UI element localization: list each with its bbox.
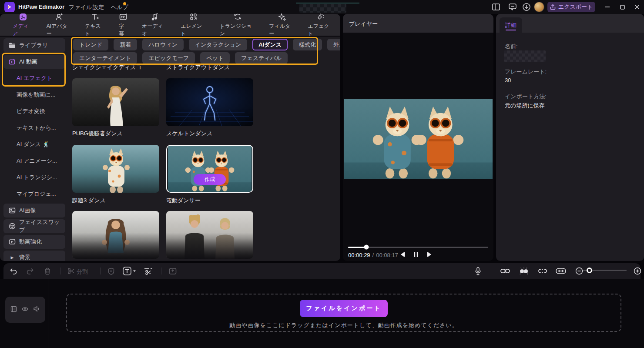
media-drop-zone[interactable]: ファイルをインポート 動画や画像をここにドラッグまたはインポートして、動画作成を… bbox=[66, 294, 621, 332]
pubg-dance-thumbnail bbox=[72, 78, 159, 126]
sidebar-label: テキストから... bbox=[17, 124, 56, 132]
sidebar-item-face-swap[interactable]: フェイススワップ bbox=[3, 219, 65, 233]
template-card-duo-smiling[interactable] bbox=[166, 211, 253, 259]
magnet-snap-button[interactable] bbox=[519, 266, 529, 276]
chip-appearance[interactable]: 外見 bbox=[327, 39, 340, 50]
track-audio-speaker-icon[interactable] bbox=[33, 306, 40, 314]
split-all-tracks-button[interactable] bbox=[144, 266, 153, 276]
track-visibility-eye-icon[interactable] bbox=[21, 306, 29, 314]
template-label: シェイクシェイクディスコ bbox=[72, 64, 142, 71]
project-title-blurred bbox=[299, 4, 346, 13]
drop-zone-hint: 動画や画像をここにドラッグまたはインポートして、動画作成を始めてください。 bbox=[67, 321, 621, 329]
toolbar-divider bbox=[60, 268, 60, 274]
import-method-value: 元の場所に保存 bbox=[505, 102, 545, 110]
layout-icon[interactable] bbox=[491, 2, 501, 12]
feedback-icon[interactable] bbox=[507, 2, 518, 12]
sidebar-label: ビデオ変換 bbox=[17, 107, 45, 115]
seek-handle[interactable] bbox=[364, 245, 369, 250]
player-panel: プレイヤー bbox=[343, 14, 493, 261]
chip-trend[interactable]: トレンド bbox=[73, 39, 108, 50]
split-button[interactable] bbox=[67, 266, 76, 276]
import-files-button[interactable]: ファイルをインポート bbox=[300, 300, 388, 317]
chip-entertainment[interactable]: エンターテイメント bbox=[73, 52, 137, 64]
template-card-electric-dancer[interactable]: 作成 bbox=[166, 145, 253, 193]
export-frame-button[interactable] bbox=[168, 266, 178, 276]
tab-label: オーディオ bbox=[142, 23, 168, 37]
split-label[interactable]: 分割 bbox=[77, 268, 88, 276]
zoom-out-button[interactable] bbox=[574, 266, 584, 276]
tab-media[interactable]: メディア bbox=[6, 14, 40, 36]
sidebar-item-my-projects[interactable]: マイプロジェ... bbox=[3, 187, 65, 201]
template-card-task3-dance[interactable] bbox=[72, 145, 159, 193]
tab-label: AIアバター bbox=[47, 23, 72, 37]
tab-effects[interactable]: エフェクト bbox=[301, 14, 340, 36]
tab-audio[interactable]: オーディオ bbox=[135, 14, 174, 36]
step-back-button[interactable] bbox=[399, 251, 406, 259]
pause-button[interactable] bbox=[413, 251, 419, 259]
chip-interaction[interactable]: インタラクション bbox=[189, 39, 247, 50]
undo-button[interactable] bbox=[9, 266, 18, 276]
template-label: スケルトンダンス bbox=[166, 130, 212, 137]
chip-halloween[interactable]: ハロウィン bbox=[142, 39, 184, 50]
voiceover-mic-button[interactable] bbox=[473, 266, 483, 276]
create-button[interactable]: 作成 bbox=[194, 174, 226, 185]
delete-button[interactable] bbox=[43, 266, 52, 276]
export-button[interactable]: エクスポート bbox=[547, 2, 595, 12]
skeleton-dance-thumbnail bbox=[166, 78, 253, 126]
maximize-button[interactable] bbox=[615, 0, 629, 14]
seek-track bbox=[348, 247, 488, 248]
sidebar-item-ai-image[interactable]: AI画像 bbox=[3, 204, 65, 218]
chip-epic-morph[interactable]: エピックモーフ bbox=[142, 52, 195, 64]
chip-ai-dance[interactable]: AIダンス bbox=[252, 39, 288, 50]
film-track-icon[interactable] bbox=[10, 306, 17, 314]
step-forward-button[interactable] bbox=[426, 251, 433, 259]
sidebar-item-background[interactable]: ▶ 背景 bbox=[3, 251, 65, 261]
sidebar-item-ai-animation[interactable]: AI アニメーシ... bbox=[3, 154, 65, 168]
sidebar-item-library[interactable]: ライブラリ bbox=[3, 38, 65, 52]
menu-file[interactable]: ファイル bbox=[69, 3, 92, 11]
text-tool-button[interactable] bbox=[123, 266, 137, 276]
template-card-skeleton-dance[interactable] bbox=[166, 78, 253, 126]
user-avatar[interactable] bbox=[534, 2, 544, 12]
sidebar-item-video-convert[interactable]: ビデオ変換 bbox=[3, 104, 65, 118]
time-current: 00:00:29 bbox=[348, 252, 370, 258]
sidebar-item-ai-transition[interactable]: AI トランジシ... bbox=[3, 171, 65, 184]
chip-stylize[interactable]: 様式化 bbox=[293, 39, 322, 50]
chip-pet[interactable]: ペット bbox=[200, 52, 230, 64]
sidebar-item-ai-video[interactable]: AI 動画 bbox=[3, 55, 65, 69]
sidebar-item-text-to[interactable]: テキストから... bbox=[3, 121, 65, 135]
track-header-divider bbox=[48, 279, 48, 348]
template-label: 課題3 ダンス bbox=[72, 197, 106, 204]
chip-new[interactable]: 新着 bbox=[114, 39, 137, 50]
mask-shield-icon[interactable] bbox=[106, 266, 116, 276]
link-clips-button[interactable] bbox=[500, 266, 510, 276]
tab-subtitles[interactable]: 字幕 bbox=[112, 14, 135, 36]
chip-festival[interactable]: フェスティバル bbox=[235, 52, 288, 64]
sidebar-label: 動画強化 bbox=[19, 238, 42, 246]
player-seekbar[interactable] bbox=[348, 244, 488, 250]
minimize-button[interactable] bbox=[600, 0, 614, 14]
sidebar-item-ai-dance[interactable]: AI ダンス 🕺 bbox=[3, 137, 65, 151]
sidebar-item-video-enhance[interactable]: 動画強化 bbox=[3, 235, 65, 249]
template-card-pubg-dance[interactable] bbox=[72, 78, 159, 126]
filter-icon bbox=[278, 13, 286, 21]
zoom-in-button[interactable] bbox=[633, 266, 642, 276]
tab-ai-avatar[interactable]: AIアバター bbox=[40, 14, 78, 36]
fit-timeline-button[interactable] bbox=[556, 266, 566, 276]
menu-settings[interactable]: 設定 bbox=[93, 3, 104, 11]
media-panel: ライブラリ AI 動画 AI エフェクト 画像を動画に... ビデオ変換 テキス… bbox=[0, 37, 340, 261]
tab-elements[interactable]: エレメント bbox=[174, 14, 213, 36]
template-card-woman-thumbs-up[interactable] bbox=[72, 211, 159, 259]
timeline-zoom-handle[interactable] bbox=[587, 268, 592, 273]
download-icon[interactable] bbox=[521, 2, 532, 12]
sidebar-item-ai-effects[interactable]: AI エフェクト bbox=[3, 71, 65, 85]
redo-button[interactable] bbox=[25, 266, 35, 276]
folder-icon bbox=[9, 42, 16, 49]
close-button[interactable] bbox=[630, 0, 644, 14]
tab-text[interactable]: テキスト bbox=[78, 14, 112, 36]
tab-filters[interactable]: フィルター bbox=[262, 14, 301, 36]
tab-transitions[interactable]: トランジション bbox=[213, 14, 262, 36]
sidebar-item-image-to-video[interactable]: 画像を動画に... bbox=[3, 88, 65, 102]
unlink-clips-button[interactable] bbox=[538, 266, 547, 276]
filter-chip-row-2: エンターテイメント エピックモーフ ペット フェスティバル bbox=[73, 52, 288, 64]
